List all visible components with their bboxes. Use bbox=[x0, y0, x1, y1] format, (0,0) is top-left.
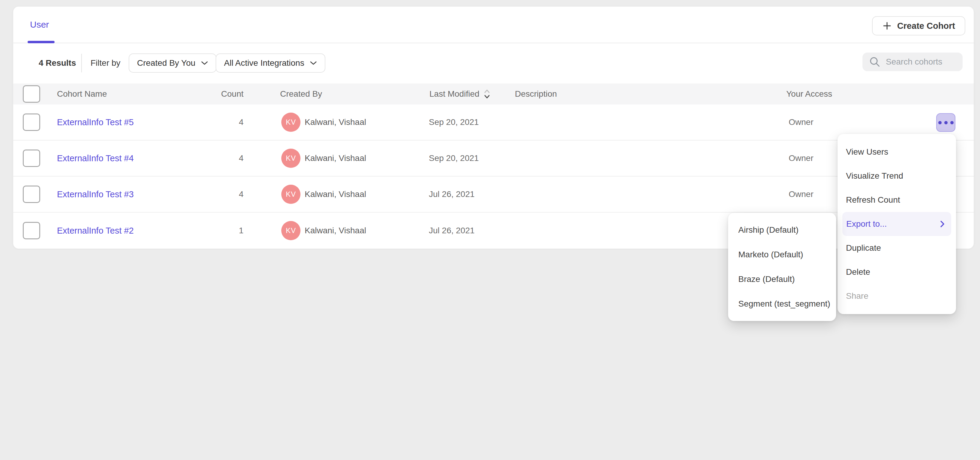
chevron-right-icon bbox=[940, 220, 945, 228]
column-created-by: Created By bbox=[280, 89, 322, 99]
access-level: Owner bbox=[789, 190, 813, 199]
table-row: ExternalInfo Test #5 4 KV Kalwani, Visha… bbox=[13, 104, 974, 141]
cohort-count: 1 bbox=[181, 226, 243, 235]
cohorts-page: User Create Cohort 4 Results Filter by C… bbox=[0, 0, 980, 460]
search-box bbox=[862, 53, 963, 71]
created-by-name: Kalwani, Vishaal bbox=[305, 190, 366, 199]
cohort-name-link[interactable]: ExternalInfo Test #4 bbox=[57, 153, 134, 163]
cohort-count: 4 bbox=[181, 190, 243, 199]
menu-item-refresh-count[interactable]: Refresh Count bbox=[838, 188, 956, 212]
menu-item-export-to[interactable]: Export to... bbox=[842, 212, 951, 236]
tab-active-indicator bbox=[28, 41, 54, 43]
access-level: Owner bbox=[789, 117, 813, 127]
column-cohort-name: Cohort Name bbox=[57, 89, 107, 99]
created-by-name: Kalwani, Vishaal bbox=[305, 226, 366, 235]
submenu-item-braze[interactable]: Braze (Default) bbox=[728, 267, 836, 292]
row-checkbox[interactable] bbox=[23, 150, 40, 167]
row-actions-button[interactable] bbox=[936, 113, 955, 132]
tab-user-label: User bbox=[30, 19, 49, 30]
submenu-item-segment[interactable]: Segment (test_segment) bbox=[728, 292, 836, 316]
column-your-access: Your Access bbox=[786, 89, 832, 99]
chevron-down-icon bbox=[201, 61, 208, 65]
menu-item-share: Share bbox=[838, 284, 956, 308]
cohort-count: 4 bbox=[181, 117, 243, 127]
avatar: KV bbox=[281, 185, 301, 204]
integrations-filter-label: All Active Integrations bbox=[224, 58, 304, 68]
create-cohort-button[interactable]: Create Cohort bbox=[872, 16, 965, 35]
tab-bar: User Create Cohort bbox=[13, 6, 974, 43]
tab-user[interactable]: User bbox=[28, 6, 51, 43]
row-checkbox[interactable] bbox=[23, 185, 40, 203]
column-last-modified[interactable]: Last Modified bbox=[430, 89, 490, 99]
cohort-name-link[interactable]: ExternalInfo Test #2 bbox=[57, 226, 134, 236]
avatar: KV bbox=[281, 113, 301, 132]
row-checkbox[interactable] bbox=[23, 222, 40, 239]
export-submenu: Airship (Default) Marketo (Default) Braz… bbox=[728, 213, 836, 321]
plus-icon bbox=[882, 21, 892, 30]
created-by-name: Kalwani, Vishaal bbox=[305, 117, 366, 127]
avatar: KV bbox=[281, 149, 301, 168]
integrations-filter-dropdown[interactable]: All Active Integrations bbox=[216, 53, 325, 73]
chevron-down-icon bbox=[310, 61, 317, 65]
column-last-modified-label: Last Modified bbox=[430, 89, 479, 99]
created-by-name: Kalwani, Vishaal bbox=[305, 153, 366, 163]
results-count: 4 Results bbox=[39, 58, 76, 68]
create-cohort-label: Create Cohort bbox=[897, 21, 955, 31]
select-all-checkbox[interactable] bbox=[23, 85, 40, 103]
table-row: ExternalInfo Test #4 4 KV Kalwani, Visha… bbox=[13, 141, 974, 177]
menu-item-export-label: Export to... bbox=[846, 219, 887, 229]
ellipsis-icon bbox=[938, 121, 942, 124]
menu-item-duplicate[interactable]: Duplicate bbox=[838, 236, 956, 260]
search-icon bbox=[869, 56, 880, 67]
cohort-name-link[interactable]: ExternalInfo Test #3 bbox=[57, 190, 134, 200]
last-modified-date: Jul 26, 2021 bbox=[429, 190, 475, 199]
column-count: Count bbox=[181, 89, 243, 99]
table-header: Cohort Name Count Created By Last Modifi… bbox=[13, 83, 974, 104]
menu-item-visualize-trend[interactable]: Visualize Trend bbox=[838, 164, 956, 188]
toolbar: 4 Results Filter by Created By You All A… bbox=[13, 43, 974, 83]
sort-icon[interactable] bbox=[484, 89, 490, 99]
submenu-item-marketo[interactable]: Marketo (Default) bbox=[728, 242, 836, 267]
filter-by-label: Filter by bbox=[91, 58, 121, 68]
access-level: Owner bbox=[789, 153, 813, 163]
cohort-count: 4 bbox=[181, 153, 243, 163]
row-checkbox[interactable] bbox=[23, 113, 40, 131]
last-modified-date: Sep 20, 2021 bbox=[429, 117, 479, 127]
cohort-name-link[interactable]: ExternalInfo Test #5 bbox=[57, 117, 134, 127]
created-by-filter-label: Created By You bbox=[137, 58, 196, 68]
submenu-item-airship[interactable]: Airship (Default) bbox=[728, 218, 836, 242]
last-modified-date: Sep 20, 2021 bbox=[429, 153, 479, 163]
cohorts-card: User Create Cohort 4 Results Filter by C… bbox=[13, 6, 974, 248]
last-modified-date: Jul 26, 2021 bbox=[429, 226, 475, 235]
row-context-menu: View Users Visualize Trend Refresh Count… bbox=[838, 134, 956, 314]
column-description: Description bbox=[515, 89, 557, 99]
created-by-filter-dropdown[interactable]: Created By You bbox=[129, 53, 216, 73]
avatar: KV bbox=[281, 221, 301, 240]
toolbar-divider bbox=[81, 54, 82, 72]
menu-item-delete[interactable]: Delete bbox=[838, 260, 956, 284]
menu-item-view-users[interactable]: View Users bbox=[838, 140, 956, 164]
table-row: ExternalInfo Test #3 4 KV Kalwani, Visha… bbox=[13, 177, 974, 212]
